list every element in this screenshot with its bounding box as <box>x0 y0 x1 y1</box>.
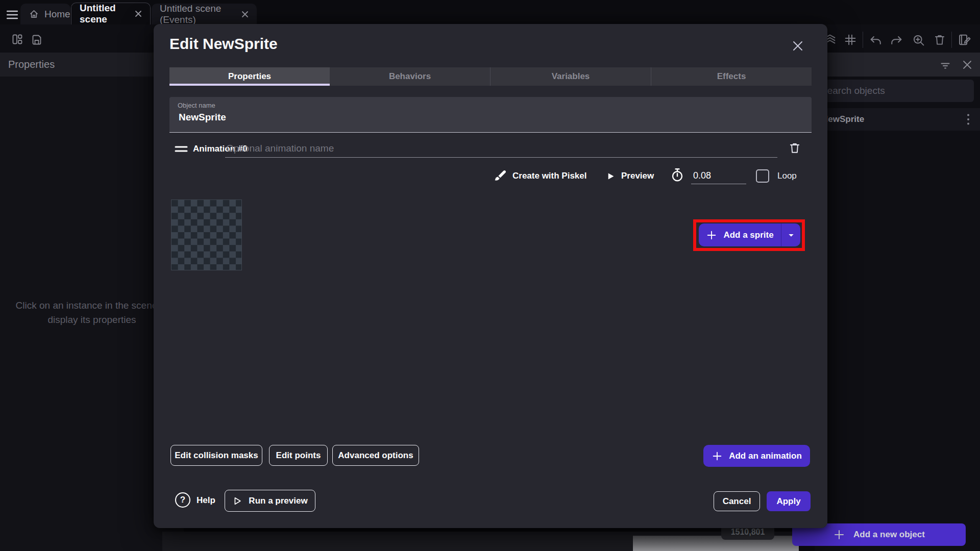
plus-icon <box>712 450 723 462</box>
tab-variables[interactable]: Variables <box>490 67 651 86</box>
help-button[interactable]: Help <box>197 495 215 506</box>
stopwatch-icon <box>670 167 685 183</box>
cancel-button[interactable]: Cancel <box>714 491 760 511</box>
apply-button[interactable]: Apply <box>767 491 811 511</box>
redo-icon[interactable] <box>889 33 903 47</box>
add-sprite-dropdown[interactable] <box>781 223 800 246</box>
toolbar-separator <box>951 32 952 48</box>
dialog-tab-strip: Properties Behaviors Variables Effects <box>169 67 812 86</box>
edit-points-button[interactable]: Edit points <box>269 445 328 466</box>
edit-scene-properties-icon[interactable] <box>958 33 972 47</box>
grid-icon[interactable] <box>843 33 857 47</box>
objects-panel-header <box>815 53 980 77</box>
zoom-in-icon[interactable] <box>912 33 926 47</box>
play-outline-icon <box>232 496 242 506</box>
help-icon: ? <box>175 492 190 508</box>
tab-close-icon[interactable] <box>241 11 249 18</box>
object-name-label: NewSprite <box>822 114 864 124</box>
tab-label: Untitled scene <box>80 3 125 25</box>
filter-icon[interactable] <box>939 59 951 71</box>
tab-properties[interactable]: Properties <box>169 67 330 86</box>
caret-down-icon <box>787 231 795 239</box>
properties-panel-title: Properties <box>8 59 55 70</box>
create-with-piskel-button[interactable]: Create with Piskel <box>512 171 587 181</box>
tab-close-icon[interactable] <box>135 10 142 17</box>
object-name-input[interactable] <box>178 111 792 123</box>
add-an-animation-button[interactable]: Add an animation <box>703 445 810 467</box>
drag-handle-icon[interactable] <box>175 145 188 153</box>
tab-effects[interactable]: Effects <box>651 67 812 86</box>
tab-home[interactable]: Home <box>20 4 70 24</box>
object-name-field: Object name <box>169 97 812 133</box>
hamburger-menu-icon[interactable] <box>7 10 18 19</box>
edit-collision-masks-button[interactable]: Edit collision masks <box>170 445 262 466</box>
layout-panels-icon[interactable] <box>11 33 23 46</box>
tab-label: Untitled scene (Events) <box>160 3 231 26</box>
play-icon <box>606 171 616 181</box>
dialog-close-icon[interactable] <box>790 38 806 54</box>
object-list-item[interactable]: NewSprite <box>815 108 980 131</box>
loop-checkbox[interactable] <box>756 169 769 183</box>
close-panel-icon[interactable] <box>962 59 973 70</box>
trash-icon[interactable] <box>933 33 946 46</box>
objects-panel <box>815 77 980 551</box>
tab-bar: Home Untitled scene Untitled scene (Even… <box>0 0 980 24</box>
app-root: Home Untitled scene Untitled scene (Even… <box>0 0 980 551</box>
plus-icon <box>833 529 845 541</box>
tab-label: Home <box>44 9 70 20</box>
dialog-title: Edit NewSprite <box>169 35 278 53</box>
save-icon[interactable] <box>31 33 43 46</box>
advanced-options-button[interactable]: Advanced options <box>332 445 419 466</box>
animation-name-input[interactable] <box>225 139 777 158</box>
home-icon <box>29 9 39 19</box>
tab-untitled-scene[interactable]: Untitled scene <box>71 3 151 24</box>
brush-icon <box>493 169 507 183</box>
run-a-preview-button[interactable]: Run a preview <box>225 490 315 512</box>
scene-canvas-edge <box>633 536 799 551</box>
search-objects-input[interactable] <box>817 80 974 102</box>
add-a-sprite-button[interactable]: Add a sprite <box>699 223 800 246</box>
tab-untitled-scene-events[interactable]: Untitled scene (Events) <box>152 4 257 24</box>
preview-button[interactable]: Preview <box>621 171 654 181</box>
time-between-frames-input[interactable] <box>691 168 746 184</box>
object-name-field-label: Object name <box>178 102 215 109</box>
loop-label: Loop <box>777 171 797 181</box>
edit-object-dialog: Edit NewSprite Properties Behaviors Vari… <box>154 24 827 528</box>
kebab-menu-icon[interactable] <box>967 113 970 126</box>
tab-behaviors[interactable]: Behaviors <box>330 67 490 86</box>
sprite-frame-thumbnail[interactable] <box>171 199 242 270</box>
delete-animation-icon[interactable] <box>788 141 801 155</box>
undo-icon[interactable] <box>869 33 883 47</box>
toolbar-separator <box>863 32 863 48</box>
plus-icon <box>706 230 717 241</box>
